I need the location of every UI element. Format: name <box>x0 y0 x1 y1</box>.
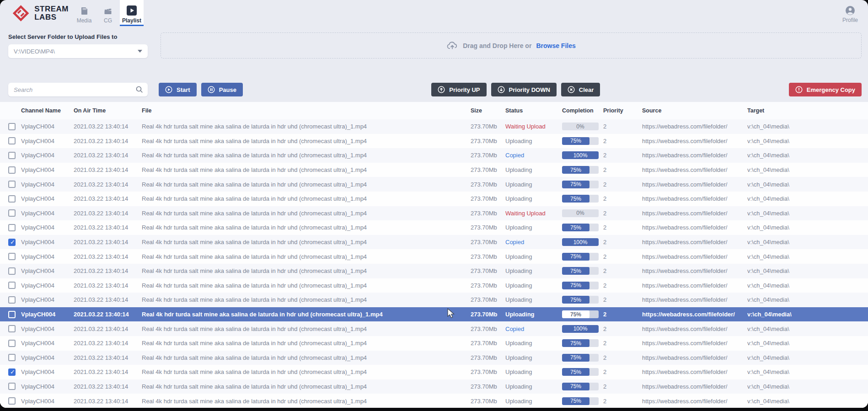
priority-up-button[interactable]: Priority UP <box>431 83 486 96</box>
search-input[interactable] <box>8 83 148 96</box>
emergency-copy-button[interactable]: Emergency Copy <box>789 83 862 96</box>
table-row[interactable]: VplayCH004 2021.03.22 13:40:14 Real 4k h… <box>0 148 868 163</box>
table-row[interactable]: VplayCH004 2021.03.22 13:40:14 Real 4k h… <box>0 321 868 336</box>
cell-target: v:\ch_04\media\ <box>747 253 862 260</box>
table-row[interactable]: VplayCH004 2021.03.22 13:40:14 Real 4k h… <box>0 365 868 379</box>
cell-priority: 2 <box>603 282 642 289</box>
row-checkbox[interactable] <box>8 181 16 188</box>
cell-priority: 2 <box>603 239 642 246</box>
start-button[interactable]: Start <box>159 83 197 96</box>
table-row[interactable]: VplayCH004 2021.03.22 13:40:14 Real 4k h… <box>0 264 868 278</box>
table-row[interactable]: VplayCH004 2021.03.22 13:40:14 Real 4k h… <box>0 192 868 206</box>
priority-down-button[interactable]: Priority DOWN <box>491 83 557 96</box>
cell-file: Real 4k hdr turda salt mine aka salina d… <box>142 210 471 217</box>
row-checkbox[interactable] <box>8 311 16 318</box>
row-checkbox[interactable] <box>8 123 16 130</box>
row-checkbox[interactable] <box>8 253 16 260</box>
row-checkbox[interactable] <box>8 383 16 390</box>
cell-target: v:\ch_04\media\ <box>747 166 862 173</box>
cell-priority: 2 <box>603 123 642 130</box>
completion-bar: 75% <box>562 195 599 203</box>
completion-fill: 75% <box>562 166 589 174</box>
completion-label: 75% <box>570 383 581 390</box>
cell-channel: VplayCH004 <box>21 383 74 390</box>
cell-status: Uploading <box>505 383 562 390</box>
tab-playlist[interactable]: Playlist <box>120 0 144 26</box>
cell-status: Uploading <box>505 253 562 260</box>
cell-source: https://webadress.com/filefolder/ <box>642 123 747 130</box>
playlist-icon <box>127 5 137 16</box>
cell-target: v:\ch_04\media\ <box>747 282 862 289</box>
row-checkbox[interactable] <box>8 340 16 347</box>
cell-file: Real 4k hdr turda salt mine aka salina d… <box>142 138 471 144</box>
top-bar: STREAM LABS Media CG <box>0 0 868 26</box>
col-channel-name: Channel Name <box>21 107 74 114</box>
row-checkbox[interactable] <box>8 137 16 144</box>
table-row[interactable]: VplayCH004 2021.03.22 13:40:14 Real 4k h… <box>0 278 868 293</box>
row-checkbox[interactable] <box>8 282 16 289</box>
table-row[interactable]: VplayCH004 2021.03.22 13:40:14 Real 4k h… <box>0 220 868 235</box>
pause-button[interactable]: Pause <box>201 83 243 96</box>
clear-button[interactable]: Clear <box>561 83 600 96</box>
tab-cg[interactable]: CG <box>96 0 120 26</box>
row-checkbox[interactable] <box>8 368 16 376</box>
cell-time: 2021.03.22 13:40:14 <box>74 152 142 159</box>
cell-priority: 2 <box>603 152 642 159</box>
row-checkbox[interactable] <box>8 224 16 231</box>
cell-status: Uploading <box>505 398 562 405</box>
row-checkbox[interactable] <box>8 296 16 304</box>
arrow-up-circle-icon <box>438 86 445 93</box>
profile-button[interactable]: Profile <box>842 0 868 26</box>
row-checkbox[interactable] <box>8 397 16 405</box>
tab-media-label: Media <box>77 17 92 24</box>
table-row[interactable]: VplayCH004 2021.03.22 13:40:14 Real 4k h… <box>0 307 868 322</box>
completion-fill: 75% <box>562 282 589 289</box>
server-folder-value: V:\VIDEO\MP4\ <box>14 48 55 55</box>
cell-completion: 0% <box>562 209 603 217</box>
table-row[interactable]: VplayCH004 2021.03.22 13:40:14 Real 4k h… <box>0 351 868 365</box>
row-checkbox[interactable] <box>8 325 16 332</box>
cell-channel: VplayCH004 <box>21 138 74 144</box>
cell-source: https://webadress.com/filefolder/ <box>642 239 747 246</box>
emergency-copy-label: Emergency Copy <box>807 86 855 93</box>
row-checkbox[interactable] <box>8 195 16 203</box>
table-row[interactable]: VplayCH004 2021.03.22 13:40:14 Real 4k h… <box>0 206 868 221</box>
row-checkbox[interactable] <box>8 239 16 246</box>
cell-size: 273.70Mb <box>471 326 505 332</box>
row-checkbox[interactable] <box>8 152 16 159</box>
cell-size: 273.70Mb <box>471 267 505 274</box>
table-row[interactable]: VplayCH004 2021.03.22 13:40:14 Real 4k h… <box>0 394 868 408</box>
table-row[interactable]: VplayCH004 2021.03.22 13:40:14 Real 4k h… <box>0 177 868 192</box>
cell-status: Copied <box>505 152 562 159</box>
cell-priority: 2 <box>603 210 642 217</box>
table-row[interactable]: VplayCH004 2021.03.22 13:40:14 Real 4k h… <box>0 134 868 149</box>
completion-label: 75% <box>570 167 581 173</box>
row-checkbox[interactable] <box>8 209 16 217</box>
completion-bar: 75% <box>562 224 599 231</box>
cell-time: 2021.03.22 13:40:14 <box>74 195 142 202</box>
table-row[interactable]: VplayCH004 2021.03.22 13:40:14 Real 4k h… <box>0 249 868 264</box>
table-row[interactable]: VplayCH004 2021.03.22 13:40:14 Real 4k h… <box>0 379 868 394</box>
table-row[interactable]: VplayCH004 2021.03.22 13:40:14 Real 4k h… <box>0 163 868 177</box>
table-row[interactable]: VplayCH004 2021.03.22 13:40:14 Real 4k h… <box>0 293 868 307</box>
cell-target: v:\ch_04\media\ <box>747 152 862 159</box>
row-checkbox[interactable] <box>8 354 16 361</box>
cell-file: Real 4k hdr turda salt mine aka salina d… <box>142 326 471 332</box>
profile-label: Profile <box>842 17 858 23</box>
table-row[interactable]: VplayCH004 2021.03.22 13:40:14 Real 4k h… <box>0 235 868 250</box>
table-row[interactable]: VplayCH004 2021.03.22 13:40:14 Real 4k h… <box>0 336 868 351</box>
file-dropzone[interactable]: Drag and Drop Here or Browse Files <box>161 32 862 59</box>
table-row[interactable]: VplayCH004 2021.03.22 13:40:14 Real 4k h… <box>0 119 868 134</box>
cell-file: Real 4k hdr turda salt mine aka salina d… <box>142 195 471 202</box>
tab-media[interactable]: Media <box>72 0 96 26</box>
server-folder-dropdown[interactable]: V:\VIDEO\MP4\ <box>8 44 148 58</box>
completion-bar: 75% <box>562 354 599 362</box>
completion-bar: 100% <box>562 325 599 333</box>
row-checkbox[interactable] <box>8 166 16 174</box>
completion-bar: 75% <box>562 339 599 347</box>
browse-files-link[interactable]: Browse Files <box>536 42 575 49</box>
cell-target: v:\ch_04\media\ <box>747 311 862 318</box>
cell-source: https://webadress.com/filefolder/ <box>642 152 747 159</box>
row-checkbox[interactable] <box>8 267 16 275</box>
cell-time: 2021.03.22 13:40:14 <box>74 311 142 318</box>
